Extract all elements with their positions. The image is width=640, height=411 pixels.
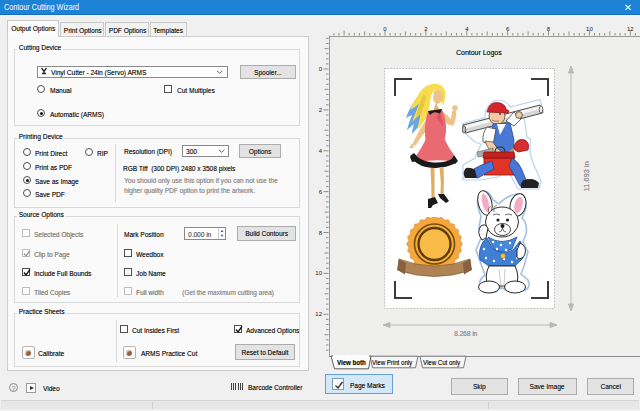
svg-text:0: 0 (319, 66, 323, 72)
svg-text:12: 12 (315, 311, 322, 317)
svg-text:10: 10 (586, 26, 593, 32)
svg-text:8: 8 (547, 26, 551, 32)
svg-text:2: 2 (319, 107, 323, 113)
svg-text:6: 6 (319, 189, 323, 195)
svg-text:2: 2 (424, 26, 428, 32)
svg-text:4: 4 (465, 26, 469, 32)
svg-text:6: 6 (506, 26, 510, 32)
svg-text:0: 0 (383, 26, 387, 32)
svg-text:4: 4 (319, 148, 323, 154)
svg-text:10: 10 (315, 270, 322, 276)
svg-text:12: 12 (627, 26, 634, 32)
svg-text:8: 8 (319, 230, 323, 236)
